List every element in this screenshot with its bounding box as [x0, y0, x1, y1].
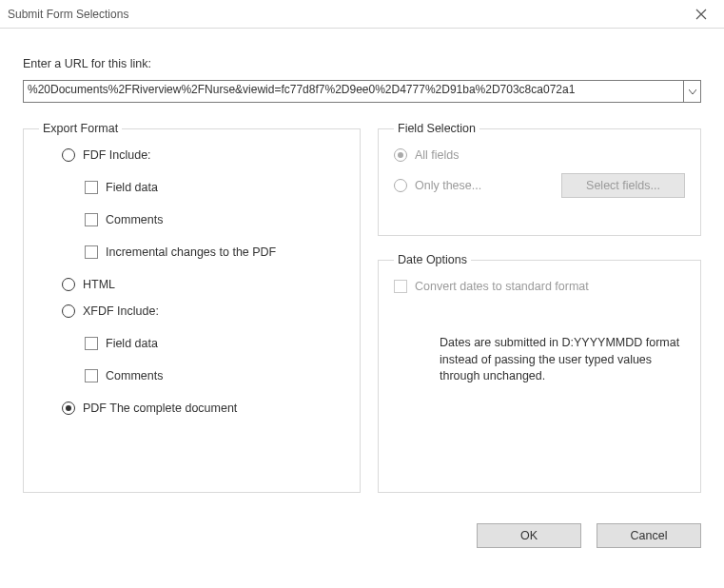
chevron-down-icon — [689, 89, 696, 94]
radio-only-these-row: Only these... Select fields... — [394, 173, 685, 198]
url-input[interactable]: %20Documents%2FRiverview%2FNurse&viewid=… — [23, 80, 684, 103]
radio-all-fields-row: All fields — [394, 148, 685, 162]
radio-label: PDF The complete document — [83, 402, 237, 415]
checkbox-icon — [85, 181, 98, 194]
radio-icon — [62, 148, 75, 162]
radio-fdf[interactable]: FDF Include: — [62, 148, 344, 162]
columns: Export Format FDF Include: Field data Co… — [23, 122, 701, 510]
radio-icon — [62, 402, 75, 415]
select-fields-button: Select fields... — [561, 173, 685, 198]
checkbox-label: Field data — [106, 181, 158, 194]
cancel-button[interactable]: Cancel — [597, 523, 701, 548]
check-fdf-comments[interactable]: Comments — [85, 213, 344, 226]
check-xfdf-field-data[interactable]: Field data — [85, 337, 344, 350]
radio-label: Only these... — [415, 179, 481, 192]
left-column: Export Format FDF Include: Field data Co… — [23, 122, 361, 510]
radio-xfdf[interactable]: XFDF Include: — [62, 304, 344, 318]
checkbox-icon — [394, 280, 407, 293]
url-label: Enter a URL for this link: — [23, 57, 701, 70]
radio-icon — [394, 179, 407, 192]
dialog-body: Enter a URL for this link: %20Documents%… — [0, 29, 724, 519]
check-fdf-field-data[interactable]: Field data — [85, 181, 344, 194]
checkbox-label: Convert dates to standard format — [415, 280, 589, 293]
checkbox-icon — [85, 369, 98, 382]
checkbox-label: Incremental changes to the PDF — [106, 245, 276, 259]
checkbox-icon — [85, 213, 98, 226]
right-column: Field Selection All fields Only these...… — [378, 122, 701, 510]
radio-label: HTML — [83, 278, 115, 291]
close-button[interactable] — [684, 3, 718, 26]
radio-label: FDF Include: — [83, 148, 151, 162]
checkbox-label: Comments — [106, 369, 163, 382]
field-selection-group: Field Selection All fields Only these...… — [378, 122, 701, 236]
radio-icon — [62, 304, 75, 318]
close-icon — [695, 9, 707, 20]
url-row: %20Documents%2FRiverview%2FNurse&viewid=… — [23, 80, 701, 103]
check-convert-dates: Convert dates to standard format — [394, 280, 685, 293]
date-options-legend: Date Options — [394, 253, 471, 266]
export-format-group: Export Format FDF Include: Field data Co… — [23, 122, 361, 493]
date-options-group: Date Options Convert dates to standard f… — [378, 253, 701, 493]
export-format-legend: Export Format — [39, 122, 122, 135]
checkbox-icon — [85, 337, 98, 350]
radio-pdf[interactable]: PDF The complete document — [62, 402, 344, 415]
check-xfdf-comments[interactable]: Comments — [85, 369, 344, 382]
titlebar: Submit Form Selections — [0, 0, 724, 29]
radio-icon — [62, 278, 75, 291]
radio-icon — [394, 148, 407, 162]
field-selection-legend: Field Selection — [394, 122, 479, 135]
checkbox-label: Comments — [106, 213, 163, 226]
radio-only-these: Only these... — [394, 179, 481, 192]
ok-button[interactable]: OK — [477, 523, 581, 548]
dialog-buttons: OK Cancel — [0, 519, 724, 548]
window-title: Submit Form Selections — [8, 8, 128, 21]
date-note: Dates are submitted in D:YYYYMMDD format… — [440, 335, 685, 385]
radio-label: All fields — [415, 148, 460, 162]
radio-html[interactable]: HTML — [62, 278, 344, 291]
check-fdf-incremental[interactable]: Incremental changes to the PDF — [85, 245, 344, 259]
checkbox-label: Field data — [106, 337, 158, 350]
radio-all-fields: All fields — [394, 148, 460, 162]
url-dropdown-button[interactable] — [684, 80, 701, 103]
radio-label: XFDF Include: — [83, 304, 159, 318]
checkbox-icon — [85, 245, 98, 259]
